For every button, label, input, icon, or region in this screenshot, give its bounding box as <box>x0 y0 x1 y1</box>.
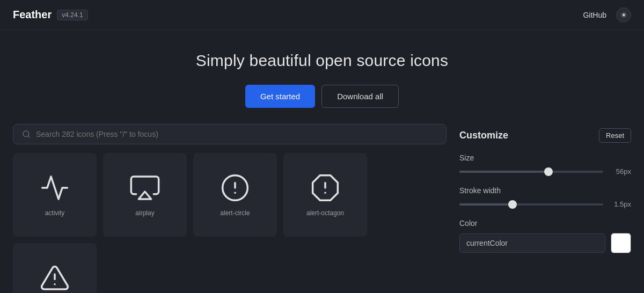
airplay-icon <box>130 173 160 203</box>
icon-card-airplay[interactable]: airplay <box>103 153 187 237</box>
icons-grid: activity airplay alert-circle <box>13 153 447 293</box>
alert-circle-icon <box>220 173 250 203</box>
svg-marker-2 <box>138 192 151 199</box>
size-slider-track <box>459 171 603 173</box>
icon-label-alert-circle: alert-circle <box>220 209 250 217</box>
stroke-slider-thumb[interactable] <box>508 200 517 209</box>
stroke-label: Stroke width <box>459 186 631 195</box>
color-input[interactable] <box>459 233 605 253</box>
stroke-slider[interactable] <box>459 203 603 206</box>
alert-octagon-icon <box>310 173 340 203</box>
main-content: activity airplay alert-circle <box>0 124 644 293</box>
stroke-value: 1.5px <box>610 200 631 208</box>
logo: Feather <box>13 9 52 21</box>
hero-buttons: Get started Download all <box>245 85 399 108</box>
customize-title: Customize <box>459 130 508 141</box>
color-row <box>459 233 631 253</box>
icon-label-activity: activity <box>45 209 65 217</box>
theme-toggle-button[interactable]: ☀ <box>616 8 631 23</box>
icon-card-activity[interactable]: activity <box>13 153 97 237</box>
download-all-button[interactable]: Download all <box>321 85 399 108</box>
header-left: Feather v4.24.1 <box>13 9 88 21</box>
version-badge: v4.24.1 <box>57 10 87 20</box>
icons-section: activity airplay alert-circle <box>13 124 447 293</box>
stroke-slider-track <box>459 203 603 206</box>
icon-card-alert-octagon[interactable]: alert-octagon <box>283 153 367 237</box>
size-control-row: 56px <box>459 167 631 175</box>
color-swatch[interactable] <box>611 233 631 253</box>
size-slider-thumb[interactable] <box>544 167 553 176</box>
hero-section: Simply beautiful open source icons Get s… <box>0 30 644 124</box>
color-label: Color <box>459 219 631 228</box>
search-icon <box>22 130 31 138</box>
size-slider[interactable] <box>459 171 603 173</box>
size-value: 56px <box>610 167 631 175</box>
size-slider-fill <box>459 171 548 173</box>
icon-label-alert-octagon: alert-octagon <box>306 209 344 217</box>
header: Feather v4.24.1 GitHub ☀ <box>0 0 644 30</box>
hero-title: Simply beautiful open source icons <box>196 52 448 70</box>
reset-button[interactable]: Reset <box>599 128 631 143</box>
activity-icon <box>40 173 70 203</box>
stroke-control-row: 1.5px <box>459 200 631 208</box>
icon-card-alert-triangle[interactable]: alert-triangle <box>13 243 97 293</box>
customize-header: Customize Reset <box>459 128 631 143</box>
stroke-slider-fill <box>459 203 513 206</box>
get-started-button[interactable]: Get started <box>245 85 315 108</box>
customize-panel: Customize Reset Size 56px Stroke width <box>459 124 631 293</box>
github-link[interactable]: GitHub <box>583 11 606 19</box>
sun-icon: ☀ <box>620 11 627 19</box>
svg-line-1 <box>28 136 30 137</box>
alert-triangle-icon <box>40 263 70 293</box>
search-bar <box>13 124 447 144</box>
icon-card-alert-circle[interactable]: alert-circle <box>193 153 277 237</box>
size-label: Size <box>459 153 631 162</box>
search-input[interactable] <box>36 130 437 138</box>
header-right: GitHub ☀ <box>583 8 631 23</box>
icon-label-airplay: airplay <box>135 209 154 217</box>
